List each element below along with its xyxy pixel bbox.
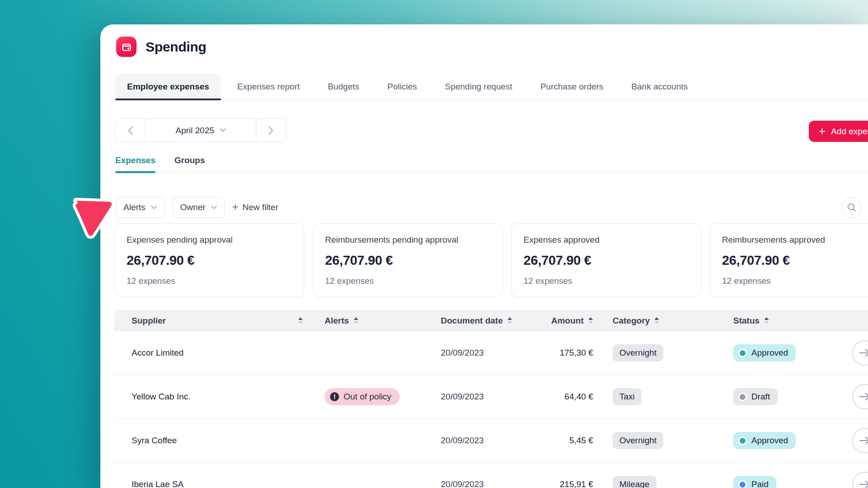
previous-month-button[interactable]	[116, 119, 146, 142]
new-filter-button[interactable]: + New filter	[232, 202, 278, 212]
category-badge: Mileage	[613, 476, 656, 488]
sort-icon	[354, 317, 359, 324]
chevron-down-icon	[211, 206, 217, 209]
search-button[interactable]	[841, 197, 862, 218]
tab-purchase-orders[interactable]: Purchase orders	[528, 74, 615, 99]
chevron-left-icon	[127, 126, 133, 135]
filter-pill-group: AlertsOwner	[115, 197, 225, 218]
column-header-date[interactable]: Document date	[435, 316, 536, 326]
viewtab-expenses[interactable]: Expenses	[115, 155, 156, 165]
summary-card-subtitle: 12 expenses	[524, 276, 689, 286]
summary-card-value: 26,707.90 €	[524, 253, 689, 268]
open-expense-button[interactable]	[852, 472, 868, 488]
table-body: Accor Limited20/09/2023175,30 €Overnight…	[114, 331, 868, 488]
table-row[interactable]: Iberia Lae SA20/09/2023215,91 €MileagePa…	[114, 463, 868, 488]
chevron-down-icon	[220, 128, 226, 132]
status-badge: Approved	[733, 344, 796, 361]
summary-card: Expenses pending approval26,707.90 €12 e…	[114, 223, 304, 297]
spending-panel: Spending Employee expensesExpenses repor…	[100, 24, 868, 488]
column-header-supplier[interactable]: Supplier	[114, 316, 316, 326]
summary-card-title: Expenses approved	[524, 235, 689, 245]
new-filter-label: New filter	[243, 202, 278, 212]
table-row[interactable]: Yellow Cab Inc.!Out of policy20/09/20236…	[114, 375, 868, 419]
filter-label: Alerts	[123, 202, 146, 212]
filter-label: Owner	[180, 202, 206, 212]
cell-document-date: 20/09/2023	[435, 348, 536, 358]
sort-icon	[588, 317, 593, 324]
period-dropdown[interactable]: April 2025	[146, 119, 256, 142]
arrow-right-icon	[859, 480, 868, 488]
cell-actions	[837, 428, 868, 453]
column-header-alerts[interactable]: Alerts	[316, 316, 435, 326]
sort-icon	[298, 317, 303, 324]
summary-card-value: 26,707.90 €	[722, 253, 868, 268]
filter-alerts-dropdown[interactable]: Alerts	[115, 197, 165, 218]
tab-bank-accounts[interactable]: Bank accounts	[620, 74, 700, 99]
plus-icon: +	[232, 202, 239, 212]
column-header-status[interactable]: Status	[723, 316, 837, 326]
tab-policies[interactable]: Policies	[376, 74, 429, 99]
status-label: Draft	[751, 392, 770, 402]
column-header-category[interactable]: Category	[601, 316, 723, 326]
cell-category: Taxi	[601, 388, 723, 405]
arrow-right-icon	[859, 436, 868, 445]
view-tab-bar: ExpensesGroups	[115, 155, 868, 173]
tab-budgets[interactable]: Budgets	[316, 74, 371, 99]
plus-icon: +	[819, 125, 826, 137]
column-label: Document date	[441, 316, 503, 326]
arrow-right-icon	[859, 349, 868, 357]
column-label: Alerts	[325, 316, 349, 326]
expenses-table: SupplierAlertsDocument dateAmountCategor…	[114, 310, 868, 488]
filter-owner-dropdown[interactable]: Owner	[172, 197, 225, 218]
page-title: Spending	[146, 39, 206, 55]
summary-card: Reimbursements approved26,707.90 €12 exp…	[710, 223, 868, 297]
table-row[interactable]: Accor Limited20/09/2023175,30 €Overnight…	[114, 331, 868, 375]
sort-icon	[654, 317, 659, 324]
cell-actions	[837, 472, 868, 488]
filter-row: AlertsOwner + New filter	[115, 197, 862, 218]
tab-expenses-report[interactable]: Expenses report	[226, 74, 311, 99]
alert-exclamation-icon: !	[330, 392, 339, 401]
summary-card-row: Expenses pending approval26,707.90 €12 e…	[114, 223, 868, 297]
cell-actions	[837, 384, 868, 409]
status-dot-icon	[738, 436, 747, 445]
cell-status: Approved	[723, 344, 837, 361]
cell-actions	[837, 340, 868, 366]
period-selector: April 2025	[115, 118, 286, 142]
cell-amount: 175,30 €	[536, 348, 601, 358]
status-label: Approved	[751, 348, 788, 358]
add-expense-button[interactable]: + Add expense	[809, 121, 868, 142]
table-row[interactable]: Syra Coffee20/09/20235,45 €OvernightAppr…	[114, 419, 868, 463]
status-dot-icon	[738, 480, 747, 488]
desktop-background: Spending Employee expensesExpenses repor…	[0, 0, 868, 488]
chevron-right-icon	[268, 126, 274, 135]
table-header-row: SupplierAlertsDocument dateAmountCategor…	[114, 310, 868, 331]
cell-category: Overnight	[601, 344, 723, 361]
search-icon	[847, 202, 857, 212]
tab-spending-request[interactable]: Spending request	[433, 74, 524, 99]
summary-card-subtitle: 12 expenses	[722, 276, 868, 286]
category-badge: Taxi	[613, 388, 642, 405]
viewtab-groups[interactable]: Groups	[175, 155, 205, 165]
column-header-amount[interactable]: Amount	[536, 316, 601, 326]
tab-employee-expenses[interactable]: Employee expenses	[115, 74, 221, 99]
open-expense-button[interactable]	[852, 384, 868, 409]
out-of-policy-badge: !Out of policy	[325, 388, 400, 405]
column-label: Supplier	[132, 316, 166, 326]
summary-card-title: Reimbursements pending approval	[325, 235, 491, 245]
status-label: Paid	[751, 479, 769, 488]
status-badge: Approved	[733, 432, 796, 449]
cell-amount: 64,40 €	[536, 392, 601, 402]
cell-category: Overnight	[601, 432, 723, 449]
summary-card-title: Expenses pending approval	[127, 235, 292, 245]
cell-status: Paid	[723, 476, 837, 488]
alert-label: Out of policy	[344, 392, 392, 402]
main-tab-bar: Employee expensesExpenses reportBudgetsP…	[115, 74, 868, 100]
next-month-button[interactable]	[256, 119, 286, 142]
open-expense-button[interactable]	[852, 340, 868, 366]
cell-amount: 5,45 €	[536, 436, 601, 446]
status-label: Approved	[751, 436, 788, 446]
open-expense-button[interactable]	[852, 428, 868, 453]
summary-card-value: 26,707.90 €	[127, 253, 292, 268]
category-badge: Overnight	[613, 432, 663, 449]
